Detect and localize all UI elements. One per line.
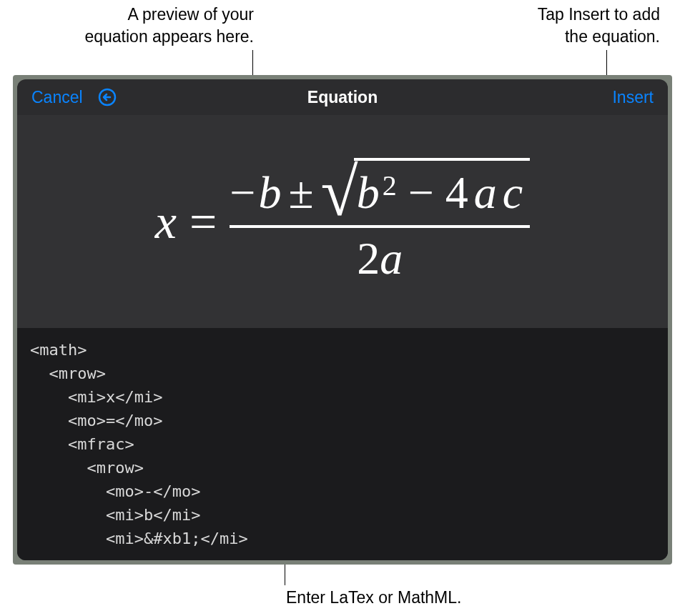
eq-sqrt-minus: − (403, 167, 440, 219)
eq-sqrt-b: b (357, 167, 380, 219)
eq-sqrt-4: 4 (445, 167, 468, 219)
eq-sqrt-a: a (474, 167, 497, 219)
eq-denom-a: a (380, 233, 403, 284)
cancel-button[interactable]: Cancel (31, 88, 83, 107)
undo-icon[interactable] (97, 87, 117, 107)
eq-denom-2: 2 (357, 233, 380, 284)
eq-sqrt-content: b2 − 4ac (354, 158, 531, 219)
toolbar-left: Cancel (31, 87, 117, 107)
insert-button[interactable]: Insert (612, 88, 654, 107)
callout-input: Enter LaTex or MathML. (286, 587, 536, 609)
toolbar: Cancel Equation Insert (17, 79, 668, 115)
eq-neg: − (230, 167, 255, 219)
equation-preview: x = − b ± √ b2 − 4ac (17, 115, 668, 328)
equation-fraction: − b ± √ b2 − 4ac (230, 158, 530, 285)
eq-sqrt: √ b2 − 4ac (321, 158, 531, 219)
equation-render: x = − b ± √ b2 − 4ac (155, 158, 530, 285)
equation-equals: = (189, 194, 217, 250)
equation-code-input[interactable]: <math> <mrow> <mi>x</mi> <mo>=</mo> <mfr… (17, 328, 668, 560)
callout-preview: A preview of yourequation appears here. (25, 4, 254, 48)
eq-divider (230, 225, 530, 228)
dialog-wrapper: Cancel Equation Insert x = − b (13, 75, 672, 565)
equation-numerator: − b ± √ b2 − 4ac (230, 158, 530, 224)
eq-sqrt-exp: 2 (383, 169, 397, 202)
callout-insert: Tap Insert to addthe equation. (460, 4, 660, 48)
eq-b: b (258, 167, 281, 219)
equation-dialog: Cancel Equation Insert x = − b (17, 79, 668, 560)
equation-lhs: x (155, 194, 177, 250)
sqrt-icon: √ (321, 167, 358, 218)
equation-denominator: 2a (357, 229, 403, 285)
dialog-title: Equation (307, 88, 378, 107)
eq-plusminus: ± (284, 167, 317, 219)
eq-sqrt-c: c (503, 167, 523, 219)
